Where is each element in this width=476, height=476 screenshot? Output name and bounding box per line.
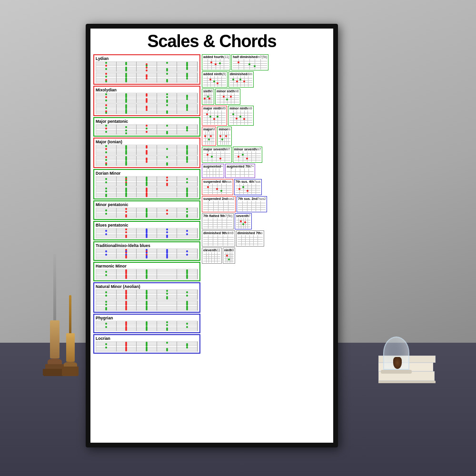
chords-column: added fourth (11) <box>202 54 330 440</box>
chord-diagram-half-dim <box>233 59 267 69</box>
chord-row-11: diminished 9th dim9 diminished 7th <box>202 230 330 247</box>
scale-minor-pentatonic: Minor pentatonic <box>93 200 200 220</box>
scale-major-ionian: Major (Ionian) <box>93 138 200 168</box>
phyg-fb <box>96 321 198 331</box>
chord-ninth: ninth 9 <box>223 248 236 264</box>
chord-diagram-m9 <box>229 110 252 125</box>
chord-diagram-aug <box>203 169 223 177</box>
scales-column: Lydian <box>93 54 200 440</box>
chord-diagram-dim7 <box>238 235 263 246</box>
chord-diagram-dim <box>230 76 252 87</box>
chord-diagram-M7 <box>203 151 230 162</box>
chord-diagram-7sus4 <box>236 184 261 194</box>
chord-dim7: diminished 7th o <box>236 230 264 247</box>
chord-diagram-7sus2 <box>238 201 266 211</box>
chord-diagram-added-fourth <box>203 59 229 69</box>
scale-mixolydian: Mixolydian <box>93 86 200 116</box>
chord-row-4: major ninth M9 <box>202 106 330 126</box>
scale-harmonic-minor: Harmonic Minor <box>93 262 200 281</box>
scale-locrian: Locrian <box>93 334 200 354</box>
scale-blues: Blues pentatonic <box>93 221 200 240</box>
blues-fb <box>96 228 198 238</box>
chord-row-9: suspended 2nd sus2 7th sus. 2nd <box>202 196 330 212</box>
scale-lydian: Lydian <box>93 54 200 85</box>
chord-diagram-sus2 <box>203 201 234 211</box>
chord-added-ninth: added ninth (9) <box>202 71 228 88</box>
chord-diagram-9 <box>224 252 234 263</box>
scale-natural-minor: Natural Minor (Aeolian) <box>93 282 200 313</box>
chord-dim9: diminished 9th dim9 <box>202 230 235 247</box>
scale-traditional-blues: Traditional/mixo-/delta blues <box>93 241 200 261</box>
chord-minor-sixth: minor sixth m6 <box>215 89 240 105</box>
chord-diagram-m7 <box>234 151 261 162</box>
lydian-fretboard <box>96 61 198 72</box>
chord-7sus2: 7th sus. 2nd 7sus2 <box>237 196 267 212</box>
chord-diagram-added-ninth <box>203 76 226 87</box>
trad-blues-fb <box>96 248 198 259</box>
scale-dorian: Dorian Minor <box>93 169 200 199</box>
chord-diagram-sixth <box>203 93 213 104</box>
chord-major-seventh: major seventh M7 <box>202 147 232 163</box>
mix-fretboard2 <box>96 104 198 114</box>
chord-augmented: augmented + <box>202 164 224 178</box>
chord-row-8: suspended 4th sus <box>202 179 330 195</box>
scale-phygrian: Phygrian <box>93 314 200 333</box>
chord-row-2: added ninth (9) <box>202 71 330 88</box>
chord-half-diminished: half diminished m7(5b) <box>231 54 268 70</box>
nat-min-fb <box>96 289 198 300</box>
poster-title: Scales & Chords <box>93 31 330 51</box>
chord-diagram-minor <box>218 131 230 145</box>
chord-sixth: sixth 6 <box>202 89 214 105</box>
chord-row-1: added fourth (11) <box>202 54 330 70</box>
chord-row-3: sixth 6 <box>202 89 330 105</box>
chord-row-5: major M <box>202 127 330 146</box>
majpent-fretboard <box>96 124 198 135</box>
chord-seventh: seventh 7 <box>235 213 252 229</box>
chord-row-6: major seventh M7 <box>202 147 330 163</box>
chord-minor: minor m <box>217 127 232 146</box>
harm-min-fb <box>96 269 198 279</box>
candle-medium <box>62 295 79 376</box>
chord-eleventh: eleventh 11 <box>202 248 222 264</box>
chord-row-12: eleventh 11 ninth 9 <box>202 248 330 264</box>
chord-row-10: 7th flatted 5th 7(5b) seventh <box>202 213 330 229</box>
chord-diagram-7 <box>236 218 250 228</box>
lydian-fretboard2 <box>96 72 198 83</box>
glass-dome <box>383 337 412 374</box>
chord-7sus4: 7th sus. 4th 7sus <box>234 179 262 195</box>
dorian-fb2 <box>96 187 198 198</box>
poster-main: Lydian <box>93 54 330 440</box>
chord-row-7: augmented + augmented 7th 7+ <box>202 164 330 178</box>
chord-diagram-7b5 <box>203 218 232 228</box>
chord-diagram-m6 <box>217 93 239 104</box>
nat-min-fb2 <box>96 300 198 311</box>
chord-diagram-sus4 <box>203 184 232 194</box>
chord-diagram-dim9 <box>203 235 234 246</box>
chord-major: major M <box>202 127 216 146</box>
scale-major-pentatonic: Major pentatonic <box>93 117 200 137</box>
ionian-fb <box>96 145 198 155</box>
chord-diagram-major <box>203 131 215 145</box>
chord-sus2: suspended 2nd sus2 <box>202 196 236 212</box>
dorian-fb <box>96 176 198 187</box>
chord-added-fourth: added fourth (11) <box>202 54 230 70</box>
chord-diagram-M9 <box>203 110 226 125</box>
mix-fretboard <box>96 93 198 103</box>
poster-content: Scales & Chords Lydian <box>90 29 333 443</box>
chord-diagram-aug7 <box>227 169 254 177</box>
poster-frame: Scales & Chords Lydian <box>86 24 338 447</box>
chord-augmented-seventh: augmented 7th 7+ <box>225 164 255 178</box>
chord-major-ninth: major ninth M9 <box>202 106 227 126</box>
chord-minor-seventh: minor seventh m7 <box>233 147 263 163</box>
chord-7th-flat-5: 7th flatted 5th 7(5b) <box>202 213 234 229</box>
loc-fb <box>96 341 198 352</box>
ionian-fb2 <box>96 156 198 166</box>
minpent-fb <box>96 208 198 218</box>
chord-sus4: suspended 4th sus <box>202 179 233 195</box>
chord-diminished: diminished dim <box>228 71 254 88</box>
chord-diagram-11 <box>203 252 220 263</box>
chord-minor-ninth: minor ninth m9 <box>228 106 254 126</box>
